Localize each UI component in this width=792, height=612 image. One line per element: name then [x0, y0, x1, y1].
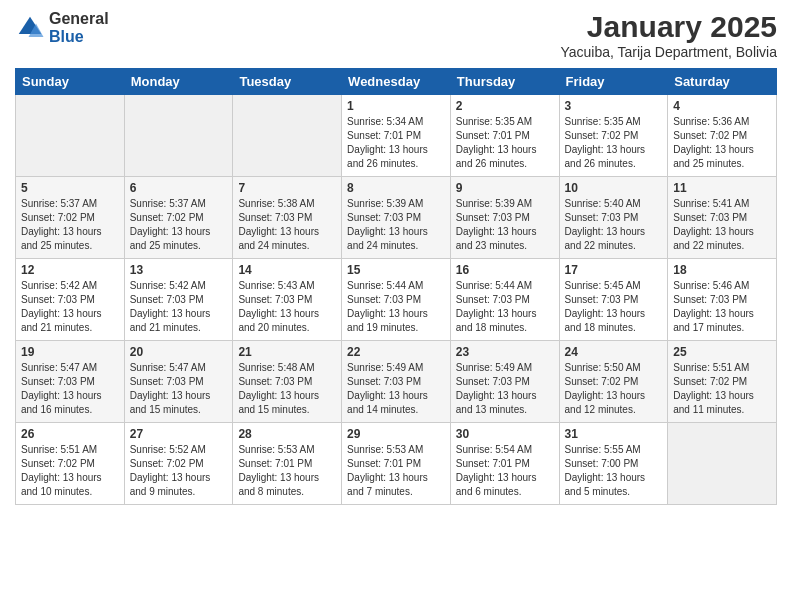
calendar-header-row: Sunday Monday Tuesday Wednesday Thursday… — [16, 69, 777, 95]
day-info: Sunrise: 5:38 AM Sunset: 7:03 PM Dayligh… — [238, 197, 336, 253]
day-number: 2 — [456, 99, 554, 113]
day-number: 31 — [565, 427, 663, 441]
day-info: Sunrise: 5:39 AM Sunset: 7:03 PM Dayligh… — [347, 197, 445, 253]
title-area: January 2025 Yacuiba, Tarija Department,… — [560, 10, 777, 60]
day-number: 26 — [21, 427, 119, 441]
day-info: Sunrise: 5:52 AM Sunset: 7:02 PM Dayligh… — [130, 443, 228, 499]
day-info: Sunrise: 5:37 AM Sunset: 7:02 PM Dayligh… — [130, 197, 228, 253]
day-number: 19 — [21, 345, 119, 359]
day-info: Sunrise: 5:42 AM Sunset: 7:03 PM Dayligh… — [21, 279, 119, 335]
day-info: Sunrise: 5:47 AM Sunset: 7:03 PM Dayligh… — [130, 361, 228, 417]
table-row: 11Sunrise: 5:41 AM Sunset: 7:03 PM Dayli… — [668, 177, 777, 259]
page: General Blue January 2025 Yacuiba, Tarij… — [0, 0, 792, 612]
day-info: Sunrise: 5:45 AM Sunset: 7:03 PM Dayligh… — [565, 279, 663, 335]
header: General Blue January 2025 Yacuiba, Tarij… — [15, 10, 777, 60]
day-number: 30 — [456, 427, 554, 441]
calendar-week-row: 26Sunrise: 5:51 AM Sunset: 7:02 PM Dayli… — [16, 423, 777, 505]
day-number: 14 — [238, 263, 336, 277]
day-number: 27 — [130, 427, 228, 441]
day-number: 21 — [238, 345, 336, 359]
table-row: 9Sunrise: 5:39 AM Sunset: 7:03 PM Daylig… — [450, 177, 559, 259]
table-row: 7Sunrise: 5:38 AM Sunset: 7:03 PM Daylig… — [233, 177, 342, 259]
day-number: 7 — [238, 181, 336, 195]
day-info: Sunrise: 5:49 AM Sunset: 7:03 PM Dayligh… — [347, 361, 445, 417]
table-row: 26Sunrise: 5:51 AM Sunset: 7:02 PM Dayli… — [16, 423, 125, 505]
month-title: January 2025 — [560, 10, 777, 44]
day-number: 1 — [347, 99, 445, 113]
day-number: 23 — [456, 345, 554, 359]
table-row: 10Sunrise: 5:40 AM Sunset: 7:03 PM Dayli… — [559, 177, 668, 259]
day-number: 9 — [456, 181, 554, 195]
table-row: 25Sunrise: 5:51 AM Sunset: 7:02 PM Dayli… — [668, 341, 777, 423]
table-row: 19Sunrise: 5:47 AM Sunset: 7:03 PM Dayli… — [16, 341, 125, 423]
day-info: Sunrise: 5:51 AM Sunset: 7:02 PM Dayligh… — [673, 361, 771, 417]
day-number: 13 — [130, 263, 228, 277]
table-row — [233, 95, 342, 177]
table-row: 14Sunrise: 5:43 AM Sunset: 7:03 PM Dayli… — [233, 259, 342, 341]
table-row: 6Sunrise: 5:37 AM Sunset: 7:02 PM Daylig… — [124, 177, 233, 259]
day-info: Sunrise: 5:54 AM Sunset: 7:01 PM Dayligh… — [456, 443, 554, 499]
table-row: 21Sunrise: 5:48 AM Sunset: 7:03 PM Dayli… — [233, 341, 342, 423]
day-info: Sunrise: 5:50 AM Sunset: 7:02 PM Dayligh… — [565, 361, 663, 417]
table-row: 4Sunrise: 5:36 AM Sunset: 7:02 PM Daylig… — [668, 95, 777, 177]
table-row: 29Sunrise: 5:53 AM Sunset: 7:01 PM Dayli… — [342, 423, 451, 505]
logo-text: General Blue — [49, 10, 109, 45]
day-number: 16 — [456, 263, 554, 277]
table-row: 3Sunrise: 5:35 AM Sunset: 7:02 PM Daylig… — [559, 95, 668, 177]
header-saturday: Saturday — [668, 69, 777, 95]
table-row — [124, 95, 233, 177]
table-row: 30Sunrise: 5:54 AM Sunset: 7:01 PM Dayli… — [450, 423, 559, 505]
day-info: Sunrise: 5:53 AM Sunset: 7:01 PM Dayligh… — [347, 443, 445, 499]
header-monday: Monday — [124, 69, 233, 95]
calendar-week-row: 12Sunrise: 5:42 AM Sunset: 7:03 PM Dayli… — [16, 259, 777, 341]
table-row: 15Sunrise: 5:44 AM Sunset: 7:03 PM Dayli… — [342, 259, 451, 341]
table-row: 24Sunrise: 5:50 AM Sunset: 7:02 PM Dayli… — [559, 341, 668, 423]
day-number: 20 — [130, 345, 228, 359]
table-row: 22Sunrise: 5:49 AM Sunset: 7:03 PM Dayli… — [342, 341, 451, 423]
day-info: Sunrise: 5:51 AM Sunset: 7:02 PM Dayligh… — [21, 443, 119, 499]
day-number: 10 — [565, 181, 663, 195]
header-friday: Friday — [559, 69, 668, 95]
table-row: 12Sunrise: 5:42 AM Sunset: 7:03 PM Dayli… — [16, 259, 125, 341]
day-number: 11 — [673, 181, 771, 195]
logo-blue-text: Blue — [49, 28, 109, 46]
day-number: 18 — [673, 263, 771, 277]
day-info: Sunrise: 5:35 AM Sunset: 7:02 PM Dayligh… — [565, 115, 663, 171]
location-subtitle: Yacuiba, Tarija Department, Bolivia — [560, 44, 777, 60]
day-info: Sunrise: 5:37 AM Sunset: 7:02 PM Dayligh… — [21, 197, 119, 253]
day-number: 22 — [347, 345, 445, 359]
day-info: Sunrise: 5:34 AM Sunset: 7:01 PM Dayligh… — [347, 115, 445, 171]
table-row: 8Sunrise: 5:39 AM Sunset: 7:03 PM Daylig… — [342, 177, 451, 259]
table-row: 28Sunrise: 5:53 AM Sunset: 7:01 PM Dayli… — [233, 423, 342, 505]
day-number: 3 — [565, 99, 663, 113]
calendar-week-row: 1Sunrise: 5:34 AM Sunset: 7:01 PM Daylig… — [16, 95, 777, 177]
day-info: Sunrise: 5:42 AM Sunset: 7:03 PM Dayligh… — [130, 279, 228, 335]
logo: General Blue — [15, 10, 109, 45]
day-info: Sunrise: 5:44 AM Sunset: 7:03 PM Dayligh… — [456, 279, 554, 335]
table-row: 16Sunrise: 5:44 AM Sunset: 7:03 PM Dayli… — [450, 259, 559, 341]
table-row — [16, 95, 125, 177]
day-number: 12 — [21, 263, 119, 277]
day-info: Sunrise: 5:35 AM Sunset: 7:01 PM Dayligh… — [456, 115, 554, 171]
header-wednesday: Wednesday — [342, 69, 451, 95]
table-row: 27Sunrise: 5:52 AM Sunset: 7:02 PM Dayli… — [124, 423, 233, 505]
calendar-table: Sunday Monday Tuesday Wednesday Thursday… — [15, 68, 777, 505]
table-row: 17Sunrise: 5:45 AM Sunset: 7:03 PM Dayli… — [559, 259, 668, 341]
day-info: Sunrise: 5:43 AM Sunset: 7:03 PM Dayligh… — [238, 279, 336, 335]
table-row: 20Sunrise: 5:47 AM Sunset: 7:03 PM Dayli… — [124, 341, 233, 423]
day-number: 5 — [21, 181, 119, 195]
day-number: 24 — [565, 345, 663, 359]
day-info: Sunrise: 5:49 AM Sunset: 7:03 PM Dayligh… — [456, 361, 554, 417]
table-row — [668, 423, 777, 505]
day-number: 15 — [347, 263, 445, 277]
table-row: 23Sunrise: 5:49 AM Sunset: 7:03 PM Dayli… — [450, 341, 559, 423]
day-info: Sunrise: 5:39 AM Sunset: 7:03 PM Dayligh… — [456, 197, 554, 253]
header-tuesday: Tuesday — [233, 69, 342, 95]
day-info: Sunrise: 5:47 AM Sunset: 7:03 PM Dayligh… — [21, 361, 119, 417]
logo-icon — [15, 13, 45, 43]
table-row: 18Sunrise: 5:46 AM Sunset: 7:03 PM Dayli… — [668, 259, 777, 341]
table-row: 5Sunrise: 5:37 AM Sunset: 7:02 PM Daylig… — [16, 177, 125, 259]
calendar-week-row: 5Sunrise: 5:37 AM Sunset: 7:02 PM Daylig… — [16, 177, 777, 259]
day-number: 25 — [673, 345, 771, 359]
header-sunday: Sunday — [16, 69, 125, 95]
